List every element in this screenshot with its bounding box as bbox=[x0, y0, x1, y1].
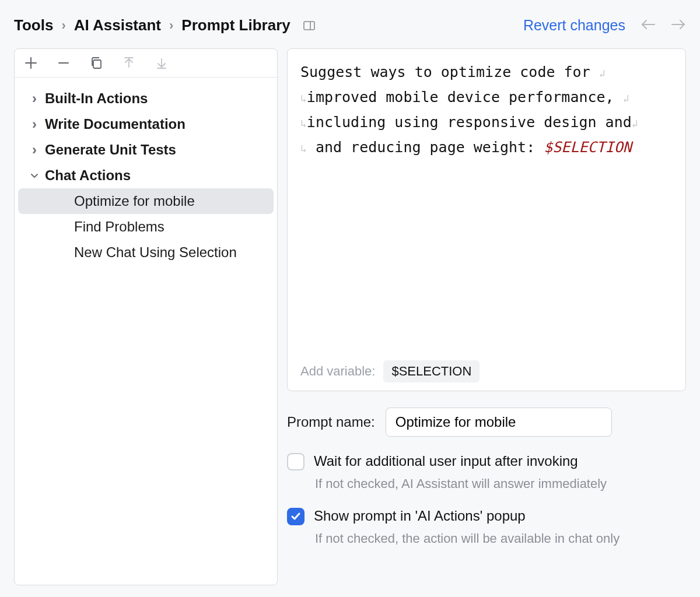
sidebar: › Built-In Actions › Write Documentation… bbox=[14, 48, 278, 585]
breadcrumb: Tools › AI Assistant › Prompt Library bbox=[14, 16, 315, 34]
remove-button[interactable] bbox=[55, 55, 72, 71]
wait-input-option: Wait for additional user input after inv… bbox=[287, 453, 686, 491]
tree-group-label: Write Documentation bbox=[45, 116, 186, 132]
chevron-down-icon bbox=[29, 171, 40, 180]
tree-item-label: Find Problems bbox=[74, 219, 164, 235]
wait-input-checkbox[interactable] bbox=[287, 453, 304, 470]
show-in-popup-checkbox[interactable] bbox=[287, 508, 304, 525]
tree-group-label: Chat Actions bbox=[45, 167, 131, 184]
wait-input-help: If not checked, AI Assistant will answer… bbox=[315, 476, 686, 491]
chevron-right-icon: › bbox=[29, 90, 40, 107]
variable-chip-selection[interactable]: $SELECTION bbox=[383, 360, 480, 382]
detach-icon[interactable] bbox=[303, 21, 315, 30]
show-in-popup-help: If not checked, the action will be avail… bbox=[315, 531, 686, 546]
tree-group-chat-actions[interactable]: Chat Actions bbox=[18, 163, 274, 188]
add-variable-row: Add variable: $SELECTION bbox=[288, 360, 685, 391]
show-in-popup-label: Show prompt in 'AI Actions' popup bbox=[314, 508, 526, 524]
tree-group-generate-unit-tests[interactable]: › Generate Unit Tests bbox=[18, 137, 274, 163]
chevron-right-icon: › bbox=[29, 116, 40, 132]
forward-icon[interactable] bbox=[671, 18, 686, 33]
chevron-right-icon: › bbox=[169, 18, 173, 33]
tree-item-label: Optimize for mobile bbox=[74, 193, 195, 209]
sidebar-toolbar bbox=[15, 49, 277, 78]
move-down-button bbox=[153, 55, 170, 71]
prompt-name-row: Prompt name: bbox=[287, 408, 686, 437]
breadcrumb-prompt-library[interactable]: Prompt Library bbox=[181, 16, 290, 34]
add-button[interactable] bbox=[23, 55, 39, 71]
tree-item-find-problems[interactable]: Find Problems bbox=[18, 214, 274, 240]
tree-group-write-documentation[interactable]: › Write Documentation bbox=[18, 111, 274, 137]
tree-group-label: Generate Unit Tests bbox=[45, 142, 176, 158]
sidebar-tree: › Built-In Actions › Write Documentation… bbox=[15, 78, 277, 273]
add-variable-label: Add variable: bbox=[300, 364, 375, 379]
chevron-right-icon: › bbox=[61, 18, 65, 33]
tree-item-optimize-for-mobile[interactable]: Optimize for mobile bbox=[18, 188, 274, 214]
back-icon[interactable] bbox=[640, 18, 656, 33]
header: Tools › AI Assistant › Prompt Library Re… bbox=[0, 0, 700, 48]
wait-input-label: Wait for additional user input after inv… bbox=[314, 453, 578, 469]
tree-group-built-in-actions[interactable]: › Built-In Actions bbox=[18, 86, 274, 111]
prompt-name-input[interactable] bbox=[386, 408, 612, 437]
prompt-editor[interactable]: Suggest ways to optimize code for ↲ ↳imp… bbox=[288, 49, 685, 360]
tree-item-label: New Chat Using Selection bbox=[74, 244, 237, 261]
svg-rect-0 bbox=[304, 22, 314, 30]
tree-group-label: Built-In Actions bbox=[45, 90, 148, 107]
show-in-popup-option: Show prompt in 'AI Actions' popup If not… bbox=[287, 508, 686, 546]
breadcrumb-tools[interactable]: Tools bbox=[14, 16, 53, 34]
revert-changes-link[interactable]: Revert changes bbox=[523, 17, 625, 34]
copy-button[interactable] bbox=[88, 55, 104, 71]
chevron-right-icon: › bbox=[29, 142, 40, 158]
svg-rect-7 bbox=[93, 60, 101, 68]
detail-pane: Suggest ways to optimize code for ↲ ↳imp… bbox=[287, 48, 686, 585]
breadcrumb-ai-assistant[interactable]: AI Assistant bbox=[74, 16, 161, 34]
move-up-button bbox=[121, 55, 137, 71]
tree-item-new-chat-using-selection[interactable]: New Chat Using Selection bbox=[18, 240, 274, 265]
prompt-name-label: Prompt name: bbox=[287, 414, 375, 430]
variable-token: $SELECTION bbox=[544, 139, 632, 156]
prompt-editor-container: Suggest ways to optimize code for ↲ ↳imp… bbox=[287, 48, 686, 391]
